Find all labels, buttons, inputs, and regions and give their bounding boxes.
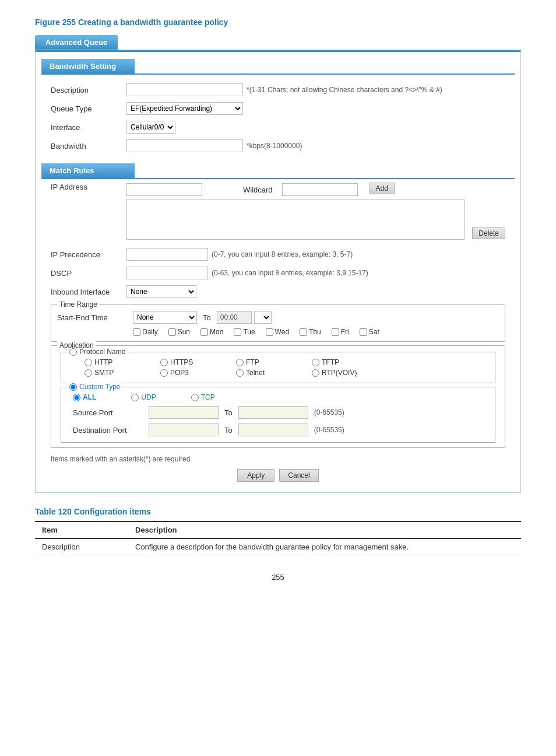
check-sun[interactable]: Sun (168, 328, 190, 336)
pop3-radio-label[interactable]: POP3 (160, 369, 236, 377)
dscp-row: DSCP (0-63, you can input 8 entries, exa… (41, 264, 515, 282)
ip-address-textarea[interactable] (126, 199, 464, 240)
dscp-input[interactable] (126, 267, 208, 279)
time-to-select[interactable] (254, 311, 272, 324)
check-mon[interactable]: Mon (200, 328, 223, 336)
start-end-time-row: Start-End Time None To (57, 309, 499, 326)
check-daily[interactable]: Daily (133, 328, 158, 336)
ftp-radio-label[interactable]: FTP (236, 358, 312, 366)
smtp-radio-label[interactable]: SMTP (85, 369, 160, 377)
time-to-input[interactable] (217, 311, 252, 324)
start-end-time-select[interactable]: None (133, 311, 197, 324)
tab-bar: Advanced Queue (35, 35, 521, 50)
tftp-radio[interactable] (312, 359, 319, 366)
to-label-time: To (203, 313, 211, 322)
custom-type-radio-label[interactable]: Custom Type (69, 383, 120, 391)
source-port-to-label: To (224, 408, 233, 417)
interface-label: Interface (51, 123, 126, 132)
source-port-to-input[interactable] (238, 406, 308, 419)
ip-precedence-input[interactable] (126, 248, 208, 261)
check-fri[interactable]: Fri (332, 328, 349, 336)
destination-port-hint: (0-65535) (314, 426, 344, 434)
check-sat[interactable]: Sat (360, 328, 379, 336)
delete-button[interactable]: Delete (472, 228, 505, 239)
udp-radio[interactable] (131, 394, 139, 401)
udp-radio-label[interactable]: UDP (131, 393, 156, 401)
days-row: Daily Sun Mon Tue Wed Thu Fri Sat (57, 326, 499, 338)
add-button[interactable]: Add (370, 183, 395, 194)
tftp-radio-label[interactable]: TFTP (312, 358, 388, 366)
check-thu[interactable]: Thu (300, 328, 321, 336)
inbound-interface-select[interactable]: None (126, 285, 196, 298)
match-rules-header: Match Rules (41, 163, 135, 178)
time-range-box: Time Range Start-End Time None To Daily … (51, 304, 505, 342)
tue-checkbox[interactable] (234, 328, 241, 336)
https-radio[interactable] (160, 359, 168, 366)
interface-row: Interface Cellular0/0 (41, 118, 515, 136)
custom-type-radio[interactable] (69, 383, 77, 391)
bandwidth-input[interactable] (126, 139, 243, 152)
telnet-radio-label[interactable]: Telnet (236, 369, 312, 377)
destination-port-from-input[interactable] (149, 424, 219, 436)
wildcard-row: Wildcard Add (126, 183, 505, 197)
scroll-delete-col: Delete (472, 228, 505, 242)
check-tue[interactable]: Tue (234, 328, 255, 336)
ftp-radio[interactable] (236, 359, 244, 366)
custom-type-box: Custom Type ALL UDP TCP (61, 387, 495, 443)
sat-checkbox[interactable] (360, 328, 367, 336)
protocol-name-radio-label[interactable]: Protocol Name (69, 348, 125, 356)
application-box: Application Protocol Name HTTP HTTPS FTP… (51, 345, 505, 448)
time-range-legend: Time Range (57, 300, 100, 309)
all-radio-label[interactable]: ALL (73, 393, 96, 401)
table-row: Description Configure a description for … (35, 538, 521, 555)
queue-type-select[interactable]: EF(Expedited Forwarding) AF BE (126, 102, 243, 115)
http-radio[interactable] (85, 359, 92, 366)
figure-title: Figure 255 Creating a bandwidth guarante… (35, 18, 521, 27)
rtp-radio-label[interactable]: RTP(VOIV) (312, 369, 388, 377)
col-description-header: Description (128, 522, 521, 538)
bandwidth-label: Bandwidth (51, 142, 126, 150)
daily-checkbox[interactable] (133, 328, 140, 336)
protocol-grid: HTTP HTTPS FTP TFTP SMTP POP3 Telnet RTP… (67, 356, 489, 379)
apply-button[interactable]: Apply (237, 469, 275, 482)
button-row: Apply Cancel (41, 464, 515, 488)
source-port-from-input[interactable] (149, 406, 219, 419)
protocol-name-box: Protocol Name HTTP HTTPS FTP TFTP SMTP P… (61, 352, 495, 383)
cancel-button[interactable]: Cancel (279, 469, 318, 482)
queue-type-row: Queue Type EF(Expedited Forwarding) AF B… (41, 99, 515, 118)
all-radio[interactable] (73, 394, 80, 401)
ip-address-row: IP Address Wildcard Add Delete (41, 179, 515, 245)
sun-checkbox[interactable] (168, 328, 176, 336)
page-number: 255 (35, 573, 521, 582)
rtp-radio[interactable] (312, 369, 319, 377)
check-wed[interactable]: Wed (266, 328, 289, 336)
thu-checkbox[interactable] (300, 328, 307, 336)
config-table: Item Description Description Configure a… (35, 521, 521, 555)
wildcard-label: Wildcard (243, 186, 273, 194)
wildcard-input[interactable] (282, 183, 358, 196)
smtp-radio[interactable] (85, 369, 92, 377)
fri-checkbox[interactable] (332, 328, 339, 336)
source-port-row: Source Port To (0-65535) (67, 404, 489, 421)
main-content-box: Bandwidth Setting Description *(1-31 Cha… (35, 50, 521, 493)
wed-checkbox[interactable] (266, 328, 273, 336)
tcp-radio-label[interactable]: TCP (191, 393, 215, 401)
table-header-row: Item Description (35, 522, 521, 538)
ip-address-input[interactable] (126, 183, 202, 196)
inbound-interface-label: Inbound Interface (51, 288, 126, 296)
destination-port-to-input[interactable] (238, 424, 308, 436)
https-radio-label[interactable]: HTTPS (160, 358, 236, 366)
pop3-radio[interactable] (160, 369, 168, 377)
mon-checkbox[interactable] (200, 328, 208, 336)
destination-port-label: Destination Port (73, 426, 149, 435)
protocol-type-row: ALL UDP TCP (67, 391, 489, 404)
advanced-queue-tab[interactable]: Advanced Queue (35, 35, 118, 50)
interface-select[interactable]: Cellular0/0 (126, 121, 175, 134)
protocol-name-radio[interactable] (69, 348, 77, 356)
custom-type-legend: Custom Type (67, 383, 122, 391)
description-input[interactable] (126, 83, 243, 96)
http-radio-label[interactable]: HTTP (85, 358, 160, 366)
telnet-radio[interactable] (236, 369, 244, 377)
tcp-radio[interactable] (191, 394, 199, 401)
table-title: Table 120 Configuration items (35, 507, 521, 516)
